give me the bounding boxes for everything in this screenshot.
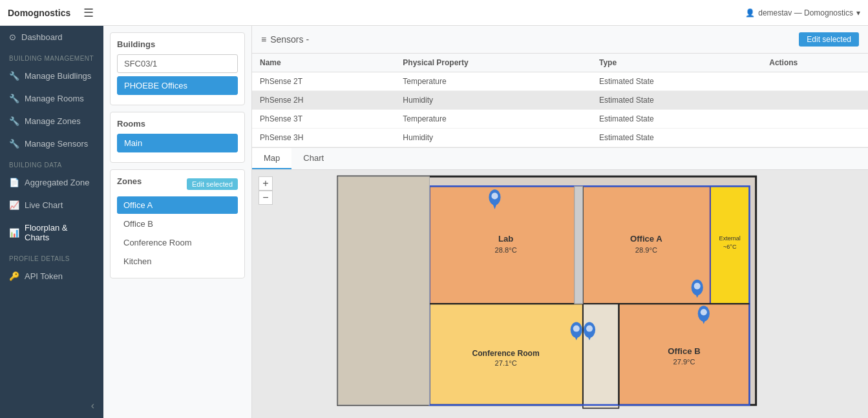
zone-item-conference-room[interactable]: Conference Room — [117, 234, 238, 251]
sensors-edit-button[interactable]: Edit selected — [799, 32, 859, 47]
external-label: External — [719, 235, 741, 242]
col-actions: Actions — [761, 54, 868, 72]
sidebar-item-manage-sensors[interactable]: 🔧Manage Sensors — [0, 132, 103, 155]
sidebar-label-live-chart: Live Chart — [25, 200, 63, 210]
sidebar-item-floorplan-charts[interactable]: 📊Floorplan & Charts — [0, 216, 103, 249]
floorplan-charts-icon: 📊 — [9, 228, 19, 238]
sensor-actions — [761, 91, 868, 110]
col-name: Name — [252, 54, 395, 72]
conference-temp: 27.1°C — [495, 359, 517, 367]
building-item-sfc03[interactable]: SFC03/1 — [117, 54, 238, 73]
manage-sensors-icon: 🔧 — [9, 139, 19, 149]
floorplan-area: + − Lab 28.8°C Office A 28.9°C — [252, 170, 868, 418]
sidebar-label-floorplan-charts: Floorplan & Charts — [25, 223, 94, 242]
zone-item-office-a[interactable]: Office A — [117, 196, 238, 214]
office-a-label: Office A — [630, 234, 662, 244]
table-row[interactable]: PhSense 3T Temperature Estimated State — [252, 110, 868, 129]
zoom-controls: + − — [259, 176, 273, 205]
tab-chart[interactable]: Chart — [291, 148, 335, 169]
lab-label: Lab — [498, 234, 513, 244]
user-dropdown-icon[interactable]: ▾ — [856, 8, 860, 17]
building-item-phoebe[interactable]: PHOEBE Offices — [117, 76, 238, 95]
sidebar-label-manage-rooms: Manage Rooms — [25, 94, 84, 103]
zones-header: Zones Edit selected — [117, 176, 238, 191]
navbar: Domognostics ☰ 👤 demestav — Domognostics… — [0, 0, 868, 26]
sidebar-section-building-management: BUILDING MANAGEMENT — [0, 48, 103, 65]
zoom-out-button[interactable]: − — [259, 191, 273, 205]
sidebar-label-manage-buildings: Manage Buidlings — [25, 71, 91, 81]
zones-edit-button[interactable]: Edit selected — [187, 178, 238, 190]
sidebar-section-building-data: BUILDING DATA — [0, 155, 103, 171]
hamburger-icon[interactable]: ☰ — [83, 6, 94, 20]
table-row[interactable]: PhSense 2T Temperature Estimated State — [252, 72, 868, 91]
sensors-table: Name Physical Property Type Actions PhSe… — [252, 54, 868, 147]
zone-item-kitchen[interactable]: Kitchen — [117, 253, 238, 270]
live-chart-icon: 📈 — [9, 200, 19, 210]
room-item-main[interactable]: Main — [117, 134, 238, 152]
table-row[interactable]: PhSense 3H Humidity Estimated State — [252, 129, 868, 147]
table-row[interactable]: Residual Temperature Estimated State — [252, 147, 868, 148]
conference-label: Conference Room — [472, 349, 540, 358]
svg-point-23 — [573, 326, 580, 332]
sensor-property: Humidity — [395, 129, 591, 147]
svg-rect-27 — [575, 186, 583, 304]
zone-item-office-b[interactable]: Office B — [117, 215, 238, 233]
sensor-name: PhSense 3H — [252, 129, 395, 147]
buildings-title: Buildings — [117, 39, 238, 49]
left-panel: Buildings SFC03/1PHOEBE Offices Rooms Ma… — [103, 26, 252, 418]
svg-rect-28 — [338, 176, 429, 405]
svg-point-26 — [586, 326, 593, 332]
sensors-title: ≡ Sensors - — [261, 34, 309, 45]
sidebar-item-manage-rooms[interactable]: 🔧Manage Rooms — [0, 87, 103, 110]
main-layout: ⊙DashboardBUILDING MANAGEMENT🔧Manage Bui… — [0, 26, 868, 418]
office-b-label: Office B — [668, 346, 700, 356]
sidebar-collapse-button[interactable]: ‹ — [0, 393, 103, 418]
lab-temp: 28.8°C — [495, 246, 517, 254]
sensor-property: Humidity — [395, 91, 591, 110]
zones-title: Zones — [117, 176, 142, 186]
floorplan-svg: Lab 28.8°C Office A 28.9°C External ~6°C… — [252, 170, 868, 418]
sensor-actions — [761, 72, 868, 91]
buildings-card: Buildings SFC03/1PHOEBE Offices — [110, 32, 245, 105]
manage-zones-icon: 🔧 — [9, 116, 19, 126]
table-row[interactable]: PhSense 2H Humidity Estimated State — [252, 91, 868, 110]
sidebar-item-live-chart[interactable]: 📈Live Chart — [0, 194, 103, 216]
external-temp: ~6°C — [723, 244, 737, 250]
sensor-type: Estimated State — [591, 91, 761, 110]
sensor-actions — [761, 110, 868, 129]
tab-map[interactable]: Map — [252, 148, 291, 169]
sensor-property: Temperature — [395, 72, 591, 91]
svg-rect-5 — [583, 304, 619, 408]
svg-point-20 — [701, 309, 707, 315]
sidebar-item-dashboard[interactable]: ⊙Dashboard — [0, 26, 103, 48]
sensor-type: Estimated State — [591, 129, 761, 147]
sensor-property: Temperature — [395, 110, 591, 129]
svg-rect-2 — [429, 186, 582, 304]
sensor-actions — [761, 147, 868, 148]
sensors-list-icon: ≡ — [261, 34, 266, 45]
sidebar-item-manage-zones[interactable]: 🔧Manage Zones — [0, 110, 103, 132]
aggregated-zone-icon: 📄 — [9, 178, 19, 187]
sensor-type: Estimated State — [591, 110, 761, 129]
zoom-in-button[interactable]: + — [259, 176, 273, 191]
dashboard-icon: ⊙ — [9, 32, 16, 42]
office-a-temp: 28.9°C — [635, 246, 657, 254]
svg-point-17 — [694, 283, 701, 289]
user-info: 👤 demestav — Domognostics ▾ — [745, 8, 860, 17]
user-label: demestav — Domognostics — [758, 8, 853, 17]
rooms-title: Rooms — [117, 119, 238, 129]
sensors-table-wrapper: Name Physical Property Type Actions PhSe… — [252, 54, 868, 147]
sidebar-label-dashboard: Dashboard — [21, 32, 63, 42]
sidebar-item-manage-buildings[interactable]: 🔧Manage Buidlings — [0, 65, 103, 87]
api-token-icon: 🔑 — [9, 271, 19, 281]
sidebar: ⊙DashboardBUILDING MANAGEMENT🔧Manage Bui… — [0, 26, 103, 418]
sensor-name: Residual — [252, 147, 395, 148]
col-type: Type — [591, 54, 761, 72]
sidebar-item-api-token[interactable]: 🔑API Token — [0, 265, 103, 287]
sidebar-label-manage-sensors: Manage Sensors — [25, 139, 88, 149]
office-b-temp: 27.9°C — [673, 358, 695, 366]
sensor-property: Temperature — [395, 147, 591, 148]
sidebar-item-aggregated-zone[interactable]: 📄Aggregated Zone — [0, 171, 103, 194]
zones-card: Zones Edit selected Office AOffice BConf… — [110, 169, 245, 278]
svg-rect-3 — [583, 186, 710, 304]
